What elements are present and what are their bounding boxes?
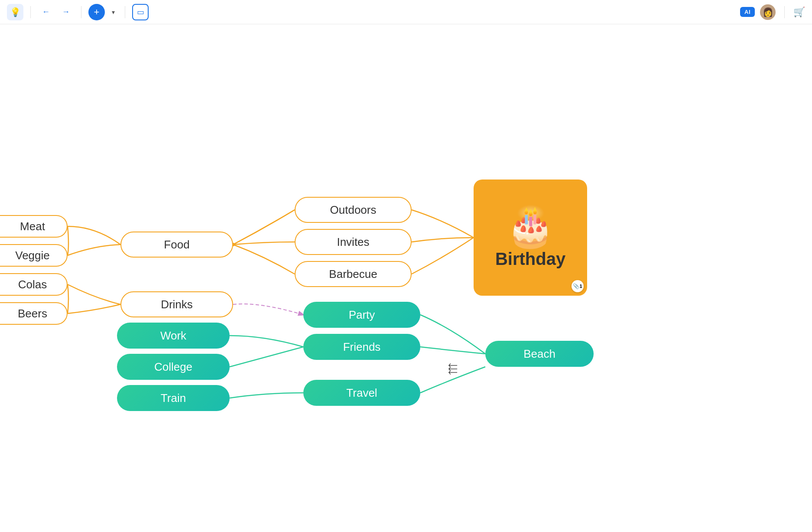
add-dropdown-button[interactable]: ▾ bbox=[108, 4, 118, 20]
work-node[interactable]: Work bbox=[117, 323, 230, 349]
birthday-cake-icon: 🎂 bbox=[506, 207, 555, 246]
canvas: 🎂 Birthday 📎 1 Outdoors Invites Barbecue… bbox=[0, 24, 812, 532]
divider-2 bbox=[81, 6, 81, 18]
outdoors-node[interactable]: Outdoors bbox=[295, 197, 412, 223]
toolbar-right: AI 👩 🛒 bbox=[740, 4, 805, 20]
barbecue-label: Barbecue bbox=[329, 268, 377, 281]
cursor-icon: ⬱ bbox=[448, 362, 458, 375]
veggie-label: Veggie bbox=[15, 249, 50, 262]
birthday-label: Birthday bbox=[495, 249, 565, 269]
travel-label: Travel bbox=[346, 386, 377, 400]
attachment-badge[interactable]: 📎 1 bbox=[572, 280, 584, 292]
drinks-label: Drinks bbox=[161, 298, 193, 311]
barbecue-node[interactable]: Barbecue bbox=[295, 261, 412, 287]
beers-node[interactable]: Beers bbox=[0, 302, 68, 325]
food-label: Food bbox=[164, 238, 189, 251]
undo-button[interactable]: ← bbox=[38, 4, 54, 20]
select-button[interactable]: ▭ bbox=[132, 4, 149, 20]
travel-node[interactable]: Travel bbox=[303, 380, 420, 406]
work-label: Work bbox=[160, 329, 186, 343]
ai-badge[interactable]: AI bbox=[740, 7, 755, 17]
redo-button[interactable]: → bbox=[58, 4, 74, 20]
add-button[interactable]: + bbox=[88, 4, 105, 20]
meat-label: Meat bbox=[20, 220, 45, 233]
toolbar: 💡 ← → + ▾ ▭ AI 👩 🛒 bbox=[0, 0, 812, 24]
college-node[interactable]: College bbox=[117, 354, 230, 380]
college-label: College bbox=[154, 360, 192, 374]
colas-label: Colas bbox=[18, 278, 47, 291]
beach-label: Beach bbox=[523, 347, 555, 361]
outdoors-label: Outdoors bbox=[330, 203, 377, 217]
food-node[interactable]: Food bbox=[120, 232, 233, 258]
avatar[interactable]: 👩 bbox=[760, 4, 776, 20]
beers-label: Beers bbox=[18, 307, 47, 320]
beach-node[interactable]: Beach bbox=[485, 341, 594, 367]
toolbar-left: 💡 ← → + ▾ ▭ bbox=[7, 4, 149, 20]
attachment-icon: 📎 bbox=[573, 283, 579, 289]
birthday-node[interactable]: 🎂 Birthday 📎 1 bbox=[474, 180, 587, 296]
attachment-count: 1 bbox=[579, 284, 582, 289]
drinks-node[interactable]: Drinks bbox=[120, 291, 233, 317]
divider-3 bbox=[125, 6, 125, 18]
meat-node[interactable]: Meat bbox=[0, 215, 68, 238]
train-label: Train bbox=[161, 392, 186, 405]
invites-node[interactable]: Invites bbox=[295, 229, 412, 255]
lightbulb-button[interactable]: 💡 bbox=[7, 4, 23, 20]
colas-node[interactable]: Colas bbox=[0, 273, 68, 296]
veggie-node[interactable]: Veggie bbox=[0, 244, 68, 267]
invites-label: Invites bbox=[337, 235, 369, 249]
party-label: Party bbox=[349, 308, 375, 322]
divider-1 bbox=[30, 6, 31, 18]
cart-icon[interactable]: 🛒 bbox=[793, 7, 805, 18]
divider-4 bbox=[784, 6, 785, 18]
party-node[interactable]: Party bbox=[303, 302, 420, 328]
friends-label: Friends bbox=[343, 340, 381, 354]
train-node[interactable]: Train bbox=[117, 385, 230, 411]
friends-node[interactable]: Friends bbox=[303, 334, 420, 360]
